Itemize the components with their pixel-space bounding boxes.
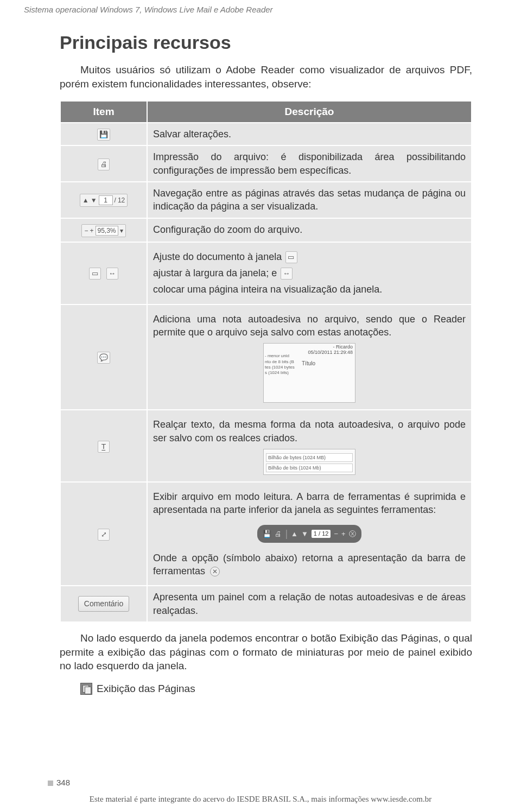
fit-text-c: colocar uma página inteira na visualizaç… (153, 284, 382, 295)
page-total: 12 (118, 196, 125, 205)
desc-sticky: Adiciona uma nota autoadesiva no arquivo… (147, 304, 472, 410)
desc-save: Salvar alterações. (147, 123, 472, 145)
reading-mode-icon: ⤢ (98, 529, 110, 541)
highlight-icon: T̲ (98, 441, 110, 453)
fit-width-inline-icon: ↔ (281, 268, 293, 280)
sticky-line: tes (1024 bytes (265, 365, 295, 370)
desc-print: Impressão do arquivo: é disponibilizada … (147, 145, 472, 182)
tb-up-icon: ▲ (291, 529, 298, 539)
features-table: Item Descrição 💾 Salvar alterações. 🖨 Im… (60, 100, 472, 622)
table-row: 🖨 Impressão do arquivo: é disponibilizad… (60, 145, 472, 182)
chevron-down-icon: ▾ (120, 226, 123, 235)
close-circle-icon: ✕ (210, 567, 220, 576)
footer-text: Este material é parte integrante do acer… (0, 794, 521, 804)
zoom-value: 95,3% (96, 226, 118, 236)
sticky-line: - menor unid (265, 353, 295, 359)
desc-comment: Apresenta um painel com a relação de not… (147, 586, 472, 622)
tb-down-icon: ▼ (301, 529, 308, 539)
intro-paragraph: Muitos usuários só utilizam o Adobe Read… (60, 63, 472, 91)
highlight-line: Bilhão de bits (1024 Mb) (266, 464, 353, 472)
tb-close-icon: ⓧ (349, 529, 356, 539)
highlight-preview: Bilhão de bytes (1024 MB) Bilhão de bits… (263, 449, 355, 475)
zoom-out-icon: − (84, 226, 88, 235)
sticky-text: Adiciona uma nota autoadesiva no arquivo… (153, 313, 466, 339)
fit-page-inline-icon: ▭ (285, 251, 297, 263)
sticky-note-icon: 💬 (97, 352, 110, 364)
section-title: Principais recursos (60, 30, 472, 55)
body-paragraph: No lado esquerdo da janela podemos encon… (60, 631, 472, 673)
tb-save-icon: 💾 (263, 529, 271, 539)
zoom-in-icon: + (90, 226, 94, 235)
tb-zoomin-icon: + (341, 529, 346, 539)
sticky-note-preview: - Ricardo 05/10/2011 21:29:48 - menor un… (263, 343, 355, 403)
fit-width-icon: ↔ (106, 268, 118, 280)
table-row: 💾 Salvar alterações. (60, 123, 472, 145)
sticky-date: 05/10/2011 21:29:48 (308, 350, 353, 356)
page-thumbnails-icon (80, 683, 92, 695)
sticky-titulo: Título (302, 360, 315, 367)
reading-text-a: Exibir arquivo em modo leitura. A barra … (153, 490, 466, 517)
desc-highlight: Realçar texto, da mesma forma da nota au… (147, 410, 472, 482)
print-icon: 🖨 (98, 158, 110, 170)
table-row: ⤢ Exibir arquivo em modo leitura. A barr… (60, 482, 472, 586)
page-nav-icon: ▲ ▼ 1 / 12 (80, 194, 128, 207)
reading-toolbar-preview: 💾 🖨 | ▲ ▼ 1 / 12 − + ⓧ (257, 525, 361, 542)
arrow-down-icon: ▼ (91, 196, 97, 205)
reading-text-b: Onde a opção (símbolo abaixo) retorna a … (153, 553, 466, 576)
zoom-control-icon: − + 95,3% ▾ (81, 224, 125, 237)
highlight-text: Realçar texto, da mesma forma da nota au… (153, 418, 466, 445)
sticky-line: s (1024 bits) (265, 370, 295, 376)
page-thumbnails-label: Exibição das Páginas (97, 682, 195, 696)
desc-fit: Ajuste do documento à janela ▭ ajustar à… (147, 242, 472, 304)
table-row: ▲ ▼ 1 / 12 Navegação entre as páginas at… (60, 182, 472, 218)
desc-nav: Navegação entre as páginas através das s… (147, 182, 472, 218)
fit-text-b: ajustar à largura da janela; e (153, 268, 277, 278)
page-thumbnails-row: Exibição das Páginas (80, 682, 472, 696)
desc-zoom: Configuração do zoom do arquivo. (147, 218, 472, 242)
th-desc: Descrição (147, 101, 472, 123)
fit-text-a: Ajuste do documento à janela (153, 251, 282, 262)
tb-zoomout-icon: − (334, 529, 338, 539)
comentario-button-icon: Comentário (78, 596, 129, 612)
th-item: Item (60, 101, 147, 123)
page-number: 348 (48, 777, 70, 788)
running-header: Sistema operacional Windows 7, Windows L… (0, 0, 521, 15)
table-row: T̲ Realçar texto, da mesma forma da nota… (60, 410, 472, 482)
save-icon: 💾 (97, 129, 110, 141)
arrow-up-icon: ▲ (82, 196, 89, 205)
table-row: Comentário Apresenta um painel com a rel… (60, 586, 472, 622)
tb-print-icon: 🖨 (275, 529, 282, 539)
page-sep: / (115, 196, 116, 205)
sticky-line: nto de 8 bits (B (265, 359, 295, 365)
table-row: 💬 Adiciona uma nota autoadesiva no arqui… (60, 304, 472, 410)
content-area: Principais recursos Muitos usuários só u… (0, 15, 521, 695)
table-row: ▭ ↔ Ajuste do documento à janela ▭ ajust… (60, 242, 472, 304)
highlight-line: Bilhão de bytes (1024 MB) (266, 453, 353, 462)
table-row: − + 95,3% ▾ Configuração do zoom do arqu… (60, 218, 472, 242)
desc-reading: Exibir arquivo em modo leitura. A barra … (147, 482, 472, 586)
tb-page: 1 / 12 (312, 530, 331, 538)
page-current: 1 (99, 195, 113, 205)
fit-page-icon: ▭ (89, 268, 101, 280)
